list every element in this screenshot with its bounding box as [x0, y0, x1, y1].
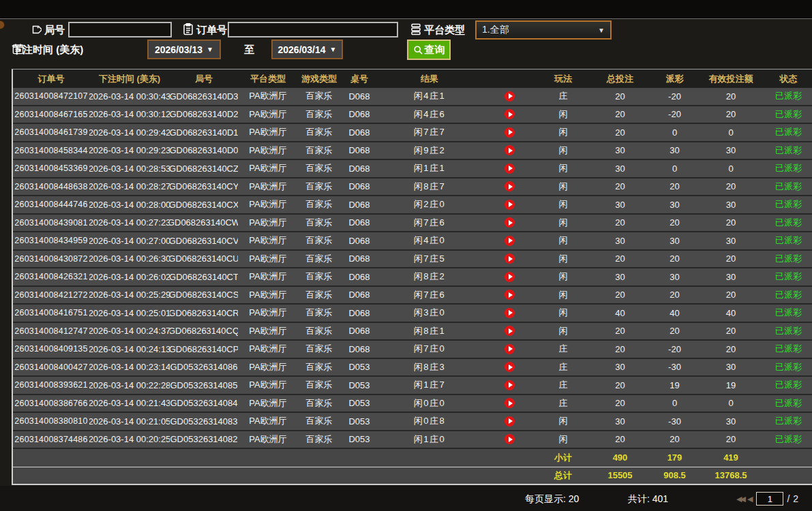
play-button[interactable]: [505, 416, 515, 427]
cell-valid-bet: 30: [697, 268, 765, 285]
play-button[interactable]: [505, 344, 515, 354]
play-button[interactable]: [505, 109, 515, 119]
cell-payout: 20: [652, 287, 697, 304]
cell-platform: PA欧洲厅: [238, 251, 298, 268]
cell-platform: PA欧洲厅: [238, 305, 298, 322]
cell-result: 闲8庄1: [378, 323, 481, 340]
play-button[interactable]: [505, 272, 515, 282]
round-number-label: 局号: [44, 24, 65, 37]
cell-result: 闲7庄7: [378, 124, 481, 141]
play-button[interactable]: [505, 326, 515, 336]
cell-table-no: D068: [340, 124, 378, 141]
play-button[interactable]: [505, 362, 515, 372]
cell-valid-bet: 20: [697, 179, 765, 196]
cell-table-no: D068: [340, 232, 378, 249]
cell-platform: PA欧洲厅: [238, 323, 298, 340]
cell-status: 已派彩: [765, 305, 812, 322]
records-table: 订单号 下注时间 (美东) 局号 平台类型 游戏类型 桌号 结果 玩法 总投注 …: [12, 69, 812, 485]
play-button[interactable]: [505, 308, 515, 318]
cell-play-method: 闲: [539, 305, 588, 322]
play-button[interactable]: [505, 91, 515, 102]
play-button[interactable]: [505, 181, 515, 191]
play-icon: [509, 292, 513, 298]
cell-total-bet: 20: [588, 88, 652, 105]
top-strip: [0, 0, 812, 19]
cell-table-no: D068: [340, 251, 378, 268]
play-button[interactable]: [505, 434, 515, 444]
cell-round-no: GD068263140CX: [170, 196, 238, 213]
date-to-select[interactable]: 2026/03/14 ▼: [271, 40, 343, 59]
cell-valid-bet: 20: [697, 287, 765, 304]
play-button[interactable]: [505, 164, 515, 174]
cell-payout: -30: [652, 359, 697, 376]
cell-result: 闲8庄3: [378, 359, 481, 376]
cell-bet-time: 2026-03-14 00:23:14: [89, 359, 170, 376]
cell-bet-time: 2026-03-14 00:21:43: [89, 395, 170, 412]
cell-platform: PA欧洲厅: [238, 106, 298, 123]
order-number-input[interactable]: [228, 22, 398, 37]
cell-play-method: 闲: [539, 106, 588, 123]
page-input[interactable]: [756, 492, 783, 506]
cell-total-bet: 20: [588, 287, 652, 304]
cell-result: 闲1庄0: [378, 431, 481, 448]
header-game-type: 游戏类型: [298, 69, 340, 88]
header-bet-time: 下注时间 (美东): [89, 69, 170, 88]
cell-game-type: 百家乐: [298, 341, 340, 358]
cell-total-bet: 20: [588, 106, 652, 123]
cell-payout: -20: [652, 88, 697, 105]
cell-payout: 0: [652, 395, 697, 412]
table-row: 260314008416751 2026-03-14 00:25:01 GD06…: [13, 305, 812, 323]
play-icon: [509, 112, 513, 117]
cell-order-no: 260314008421272: [13, 287, 89, 304]
play-button[interactable]: [505, 398, 515, 408]
cell-status: 已派彩: [765, 341, 812, 358]
cell-round-no: GD068263140CT: [170, 268, 238, 285]
cell-total-bet: 30: [588, 232, 652, 249]
date-range-to-label: 至: [244, 44, 254, 57]
table-row: 260314008386766 2026-03-14 00:21:43 GD05…: [13, 395, 812, 414]
play-button[interactable]: [505, 200, 515, 210]
cell-payout: 20: [652, 431, 697, 448]
cell-valid-bet: 20: [697, 431, 765, 448]
cell-game-type: 百家乐: [298, 88, 340, 105]
cell-round-no: GD068263140CS: [170, 287, 238, 304]
cell-table-no: D053: [340, 395, 378, 412]
cell-platform: PA欧洲厅: [238, 142, 298, 159]
play-button[interactable]: [505, 380, 515, 390]
cell-platform: PA欧洲厅: [238, 232, 298, 249]
platform-type-select[interactable]: 1.全部 ▼: [475, 20, 612, 40]
play-button[interactable]: [505, 217, 515, 228]
round-number-input[interactable]: [68, 22, 172, 37]
play-button[interactable]: [505, 145, 515, 155]
table-row: 260314008426321 2026-03-14 00:26:02 GD06…: [13, 268, 812, 287]
date-from-select[interactable]: 2026/03/13 ▼: [147, 40, 221, 59]
cell-order-no: 260314008416751: [13, 305, 89, 322]
cell-payout: 30: [652, 268, 697, 285]
play-icon: [509, 310, 513, 315]
cell-play-method: 闲: [539, 431, 588, 448]
cell-status: 已派彩: [765, 413, 812, 430]
table-row: 260314008430872 2026-03-14 00:26:30 GD06…: [13, 251, 812, 269]
first-page-icon[interactable]: ◀◀: [736, 495, 744, 504]
cell-payout: 20: [652, 323, 697, 340]
prev-page-icon[interactable]: ◀: [747, 495, 753, 504]
cell-valid-bet: 0: [697, 124, 765, 141]
cell-platform: PA欧洲厅: [238, 287, 298, 304]
cell-order-no: 260314008434959: [13, 232, 89, 249]
cell-play-method: 庄: [539, 359, 588, 376]
play-button[interactable]: [505, 253, 515, 264]
play-button[interactable]: [505, 290, 515, 300]
cell-status: 已派彩: [765, 215, 812, 232]
cell-round-no: GD05326314083: [170, 413, 238, 430]
play-button[interactable]: [505, 127, 515, 138]
header-order-no: 订单号: [13, 69, 89, 88]
cell-bet-time: 2026-03-14 00:30:43: [89, 88, 170, 105]
cell-order-no: 260314008374486: [13, 431, 89, 448]
per-page-display: 每页显示: 20: [525, 493, 579, 506]
cell-order-no: 260314008426321: [13, 268, 89, 285]
cell-total-bet: 20: [588, 179, 652, 196]
cell-bet-time: 2026-03-14 00:27:00: [89, 232, 170, 249]
cell-order-no: 260314008453369: [13, 160, 89, 177]
play-button[interactable]: [505, 236, 515, 246]
query-button[interactable]: 查询: [407, 40, 451, 60]
